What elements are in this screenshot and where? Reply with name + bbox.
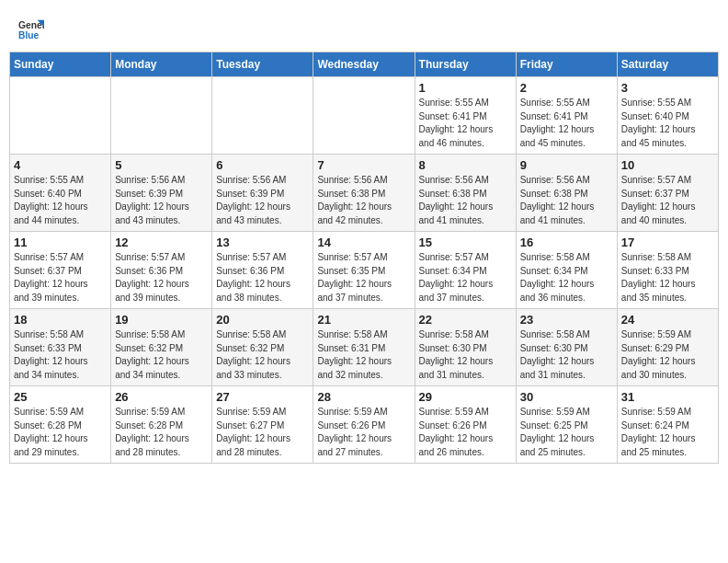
day-info: Sunrise: 5:58 AM Sunset: 6:33 PM Dayligh… (14, 328, 107, 382)
calendar-cell: 30Sunrise: 5:59 AM Sunset: 6:25 PM Dayli… (516, 386, 617, 464)
day-info: Sunrise: 5:57 AM Sunset: 6:37 PM Dayligh… (14, 251, 107, 304)
day-number: 24 (621, 313, 714, 327)
day-info: Sunrise: 5:57 AM Sunset: 6:34 PM Dayligh… (419, 251, 512, 304)
calendar-cell: 18Sunrise: 5:58 AM Sunset: 6:33 PM Dayli… (10, 309, 111, 386)
day-number: 22 (419, 313, 512, 327)
calendar-cell: 10Sunrise: 5:57 AM Sunset: 6:37 PM Dayli… (617, 155, 718, 232)
calendar-cell: 2Sunrise: 5:55 AM Sunset: 6:41 PM Daylig… (516, 77, 617, 155)
day-info: Sunrise: 5:59 AM Sunset: 6:29 PM Dayligh… (621, 328, 714, 382)
logo: General Blue (18, 17, 44, 42)
calendar-week-3: 11Sunrise: 5:57 AM Sunset: 6:37 PM Dayli… (10, 232, 719, 309)
day-info: Sunrise: 5:55 AM Sunset: 6:40 PM Dayligh… (621, 97, 714, 150)
day-info: Sunrise: 5:58 AM Sunset: 6:32 PM Dayligh… (115, 328, 208, 382)
day-info: Sunrise: 5:58 AM Sunset: 6:31 PM Dayligh… (317, 328, 410, 382)
day-number: 13 (216, 236, 309, 249)
calendar-cell: 8Sunrise: 5:56 AM Sunset: 6:38 PM Daylig… (415, 155, 516, 232)
calendar-cell: 21Sunrise: 5:58 AM Sunset: 6:31 PM Dayli… (313, 309, 415, 386)
weekday-header-sunday: Sunday (10, 52, 111, 77)
calendar-cell: 9Sunrise: 5:56 AM Sunset: 6:38 PM Daylig… (516, 155, 617, 232)
day-number: 2 (520, 81, 613, 95)
day-info: Sunrise: 5:56 AM Sunset: 6:39 PM Dayligh… (216, 174, 309, 227)
calendar-table: SundayMondayTuesdayWednesdayThursdayFrid… (9, 52, 719, 464)
day-info: Sunrise: 5:58 AM Sunset: 6:30 PM Dayligh… (520, 328, 613, 382)
day-number: 6 (216, 158, 309, 172)
calendar-cell: 31Sunrise: 5:59 AM Sunset: 6:24 PM Dayli… (617, 386, 718, 464)
calendar-cell: 17Sunrise: 5:58 AM Sunset: 6:33 PM Dayli… (617, 232, 718, 309)
day-info: Sunrise: 5:59 AM Sunset: 6:26 PM Dayligh… (317, 406, 410, 459)
day-number: 28 (317, 390, 410, 404)
calendar-cell: 26Sunrise: 5:59 AM Sunset: 6:28 PM Dayli… (111, 386, 212, 464)
calendar-cell: 14Sunrise: 5:57 AM Sunset: 6:35 PM Dayli… (313, 232, 415, 309)
calendar-week-4: 18Sunrise: 5:58 AM Sunset: 6:33 PM Dayli… (10, 309, 719, 386)
day-info: Sunrise: 5:59 AM Sunset: 6:28 PM Dayligh… (115, 406, 208, 459)
day-info: Sunrise: 5:56 AM Sunset: 6:38 PM Dayligh… (317, 174, 410, 227)
calendar-cell (212, 77, 313, 155)
day-info: Sunrise: 5:58 AM Sunset: 6:34 PM Dayligh… (520, 251, 613, 304)
calendar-cell: 5Sunrise: 5:56 AM Sunset: 6:39 PM Daylig… (111, 155, 212, 232)
calendar-cell: 16Sunrise: 5:58 AM Sunset: 6:34 PM Dayli… (516, 232, 617, 309)
calendar-cell: 28Sunrise: 5:59 AM Sunset: 6:26 PM Dayli… (313, 386, 415, 464)
day-number: 5 (115, 158, 208, 172)
day-number: 25 (14, 390, 107, 404)
calendar-cell: 25Sunrise: 5:59 AM Sunset: 6:28 PM Dayli… (10, 386, 111, 464)
day-number: 8 (419, 158, 512, 172)
day-info: Sunrise: 5:55 AM Sunset: 6:41 PM Dayligh… (419, 97, 512, 150)
day-info: Sunrise: 5:57 AM Sunset: 6:37 PM Dayligh… (621, 174, 714, 227)
day-info: Sunrise: 5:56 AM Sunset: 6:39 PM Dayligh… (115, 174, 208, 227)
day-info: Sunrise: 5:59 AM Sunset: 6:28 PM Dayligh… (14, 406, 107, 459)
day-number: 16 (520, 236, 613, 249)
calendar-cell (10, 77, 111, 155)
day-number: 29 (419, 390, 512, 404)
calendar-cell: 20Sunrise: 5:58 AM Sunset: 6:32 PM Dayli… (212, 309, 313, 386)
day-info: Sunrise: 5:59 AM Sunset: 6:24 PM Dayligh… (621, 406, 714, 459)
day-number: 20 (216, 313, 309, 327)
calendar-cell: 19Sunrise: 5:58 AM Sunset: 6:32 PM Dayli… (111, 309, 212, 386)
calendar-cell: 1Sunrise: 5:55 AM Sunset: 6:41 PM Daylig… (415, 77, 516, 155)
calendar-cell: 11Sunrise: 5:57 AM Sunset: 6:37 PM Dayli… (10, 232, 111, 309)
calendar-cell: 24Sunrise: 5:59 AM Sunset: 6:29 PM Dayli… (617, 309, 718, 386)
weekday-header-thursday: Thursday (415, 52, 516, 77)
weekday-header-saturday: Saturday (617, 52, 718, 77)
day-info: Sunrise: 5:56 AM Sunset: 6:38 PM Dayligh… (520, 174, 613, 227)
calendar-week-2: 4Sunrise: 5:55 AM Sunset: 6:40 PM Daylig… (10, 155, 719, 232)
day-number: 10 (621, 158, 714, 172)
calendar-cell: 4Sunrise: 5:55 AM Sunset: 6:40 PM Daylig… (10, 155, 111, 232)
day-info: Sunrise: 5:55 AM Sunset: 6:41 PM Dayligh… (520, 97, 613, 150)
day-number: 9 (520, 158, 613, 172)
day-info: Sunrise: 5:58 AM Sunset: 6:30 PM Dayligh… (419, 328, 512, 382)
day-info: Sunrise: 5:58 AM Sunset: 6:32 PM Dayligh… (216, 328, 309, 382)
day-number: 19 (115, 313, 208, 327)
day-number: 17 (621, 236, 714, 249)
logo-icon: General Blue (18, 17, 44, 42)
calendar-header-row: SundayMondayTuesdayWednesdayThursdayFrid… (10, 52, 719, 77)
day-number: 3 (621, 81, 714, 95)
day-number: 7 (317, 158, 410, 172)
svg-text:Blue: Blue (18, 30, 40, 40)
day-number: 30 (520, 390, 613, 404)
calendar-cell: 6Sunrise: 5:56 AM Sunset: 6:39 PM Daylig… (212, 155, 313, 232)
calendar-cell: 22Sunrise: 5:58 AM Sunset: 6:30 PM Dayli… (415, 309, 516, 386)
day-number: 27 (216, 390, 309, 404)
weekday-header-tuesday: Tuesday (212, 52, 313, 77)
day-info: Sunrise: 5:58 AM Sunset: 6:33 PM Dayligh… (621, 251, 714, 304)
calendar-cell: 23Sunrise: 5:58 AM Sunset: 6:30 PM Dayli… (516, 309, 617, 386)
day-number: 11 (14, 236, 107, 249)
calendar-cell: 7Sunrise: 5:56 AM Sunset: 6:38 PM Daylig… (313, 155, 415, 232)
page-header: General Blue (9, 9, 719, 46)
calendar-body: 1Sunrise: 5:55 AM Sunset: 6:41 PM Daylig… (10, 77, 719, 464)
day-number: 1 (419, 81, 512, 95)
calendar-cell: 3Sunrise: 5:55 AM Sunset: 6:40 PM Daylig… (617, 77, 718, 155)
weekday-header-wednesday: Wednesday (313, 52, 415, 77)
calendar-cell: 15Sunrise: 5:57 AM Sunset: 6:34 PM Dayli… (415, 232, 516, 309)
day-number: 18 (14, 313, 107, 327)
calendar-week-1: 1Sunrise: 5:55 AM Sunset: 6:41 PM Daylig… (10, 77, 719, 155)
calendar-cell: 27Sunrise: 5:59 AM Sunset: 6:27 PM Dayli… (212, 386, 313, 464)
day-number: 23 (520, 313, 613, 327)
weekday-header-friday: Friday (516, 52, 617, 77)
calendar-cell (313, 77, 415, 155)
calendar-cell: 12Sunrise: 5:57 AM Sunset: 6:36 PM Dayli… (111, 232, 212, 309)
day-info: Sunrise: 5:56 AM Sunset: 6:38 PM Dayligh… (419, 174, 512, 227)
day-number: 31 (621, 390, 714, 404)
day-number: 26 (115, 390, 208, 404)
day-number: 21 (317, 313, 410, 327)
